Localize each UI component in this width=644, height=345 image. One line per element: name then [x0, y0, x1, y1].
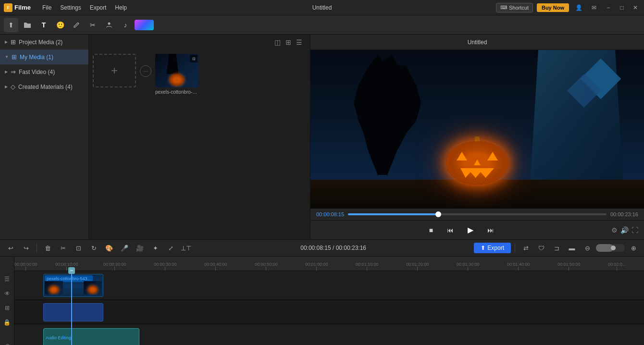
buy-now-button[interactable]: Buy Now	[537, 3, 569, 12]
music-tool-button[interactable]: ♪	[118, 18, 133, 32]
media-thumbnail[interactable]: ⊡	[155, 54, 198, 87]
menu-export[interactable]: Export	[86, 3, 111, 12]
video-clip[interactable]: pexels-cottonbro-543...	[43, 274, 103, 297]
rotate-button[interactable]: ↻	[87, 241, 100, 255]
ruler-mark: 00:02:0...	[608, 262, 626, 271]
ruler-mark: 00:01:10:00	[356, 262, 379, 271]
mail-icon[interactable]: ✉	[588, 2, 600, 13]
color-button[interactable]: 🎨	[102, 241, 116, 255]
transform-button[interactable]: ⤢	[164, 241, 177, 255]
media-filename: pexels-cottonbro-543...	[155, 89, 198, 95]
crop-button[interactable]: ⊡	[72, 241, 85, 255]
layers-icon[interactable]: ◫	[274, 38, 283, 46]
audio-clip[interactable]: Audio Editing	[43, 328, 139, 345]
timeline-tool2[interactable]: 🛡	[534, 241, 548, 255]
media-item: ⊡ pexels-cottonbro-543...	[155, 54, 198, 95]
timeline-tool4[interactable]: ▬	[565, 241, 579, 255]
menu-settings[interactable]: Settings	[56, 3, 85, 12]
lock-icon[interactable]: 🔒	[3, 319, 11, 326]
timeline-tool3[interactable]: ⊐	[550, 241, 563, 255]
grid-icon: ⊞	[11, 38, 16, 46]
cut-tool-button[interactable]: ✂	[86, 18, 100, 32]
ruler-mark: 00:01:20:00	[406, 262, 429, 271]
text-tool-button[interactable]: T	[37, 18, 51, 32]
export-icon: ⬆	[481, 245, 485, 251]
stop-button[interactable]: ■	[424, 223, 438, 237]
preview-title: Untitled	[310, 35, 644, 50]
mic-button[interactable]: 🎤	[118, 241, 131, 255]
undo-button[interactable]: ↩	[4, 241, 17, 255]
emoji-tool-button[interactable]: 🙂	[53, 18, 67, 32]
pumpkin-preview	[170, 74, 184, 86]
grid-icon[interactable]: ⊞	[5, 305, 10, 311]
timeline: ☰ 👁 ⊞ 🔒 🔊 00:00:00:00 00:00:10:00 00:00:…	[0, 257, 644, 345]
sidebar-item-my-media[interactable]: ▼ ⊞ My Media (1)	[0, 49, 88, 64]
timeline-tool1[interactable]: ⇄	[519, 241, 533, 255]
volume-icon[interactable]: 🔊	[620, 226, 629, 234]
timeline-fit-button[interactable]: ⊕	[627, 241, 640, 255]
shortcut-button[interactable]: ⌨ Shortcut	[496, 3, 533, 12]
progress-thumb[interactable]	[435, 211, 441, 217]
prev-button[interactable]: ⏮	[444, 223, 457, 237]
sidebar-item-created-materials[interactable]: ▶ ◇ Created Materials (4)	[0, 79, 88, 94]
split-button[interactable]: ✂	[56, 241, 70, 255]
ruler-mark: 00:01:00:00	[305, 262, 328, 271]
settings-icon[interactable]: ⚙	[611, 226, 618, 234]
eye-icon[interactable]: 👁	[4, 290, 10, 297]
play-button[interactable]: ▶	[463, 222, 478, 238]
list-view-icon[interactable]: ☰	[296, 38, 304, 46]
pumpkin-body	[446, 141, 508, 185]
sidebar-item-label: My Media (1)	[20, 54, 53, 61]
timeline-time-display: 00:00:08:15 / 00:00:23:16	[195, 245, 472, 251]
timeline-tool5[interactable]: ⊖	[581, 241, 594, 255]
redo-button[interactable]: ↪	[19, 241, 33, 255]
video-scene	[310, 50, 644, 209]
audio-track: Audio Editing	[14, 324, 644, 345]
pumpkin-mouth	[460, 168, 494, 178]
gradient-tool-button[interactable]	[135, 20, 154, 30]
ruler-mark: 00:00:20:00	[103, 262, 126, 271]
fast-video-icon: ⇒	[11, 68, 16, 75]
ruler-mark: 00:00:40:00	[204, 262, 227, 271]
blue-clip[interactable]	[43, 303, 103, 321]
logo-icon: F	[4, 3, 12, 12]
arrow-icon: ▶	[5, 85, 8, 89]
maximize-button[interactable]: □	[617, 3, 627, 12]
folder-tool-button[interactable]	[20, 18, 35, 32]
timeline-tracks: ✂ pexels-cottonbro-543...	[14, 271, 644, 345]
playhead-handle[interactable]: ✂	[68, 267, 75, 274]
sidebar-item-project-media[interactable]: ▶ ⊞ Project Media (2)	[0, 35, 88, 49]
separator	[515, 244, 515, 252]
playback-controls: ■ ⏮ ▶ ⏭ ⚙ 🔊 ⛶	[310, 220, 644, 239]
ruler-mark: 00:00:30:00	[154, 262, 177, 271]
next-button[interactable]: ⏭	[484, 223, 497, 237]
playhead[interactable]: ✂	[71, 271, 72, 345]
add-media-button[interactable]: +	[93, 54, 136, 87]
zoom-slider[interactable]	[596, 244, 625, 252]
import-tool-button[interactable]: ⬆	[4, 18, 18, 32]
person-tool-button[interactable]	[102, 18, 116, 32]
progress-track[interactable]	[348, 213, 607, 215]
close-button[interactable]: ✕	[631, 3, 640, 12]
preview-panel: Untitled 00:	[310, 35, 644, 239]
split-view-icon[interactable]: ⊞	[285, 38, 293, 46]
sidebar-item-fast-video[interactable]: ▶ ⇒ Fast Video (4)	[0, 64, 88, 79]
edit-tool-button[interactable]	[69, 18, 84, 32]
menu-file[interactable]: File	[38, 3, 55, 12]
user-icon[interactable]: 👤	[573, 2, 584, 13]
effect-button[interactable]: ✦	[149, 241, 162, 255]
audio-clip-label: Audio Editing	[44, 334, 73, 341]
menu-help[interactable]: Help	[111, 3, 131, 12]
fullscreen-icon[interactable]: ⛶	[632, 226, 638, 234]
more-options-button[interactable]: ···	[140, 65, 151, 77]
delete-button[interactable]: 🗑	[41, 241, 54, 255]
document-title: Untitled	[312, 4, 332, 11]
camera-button[interactable]: 🎥	[133, 241, 147, 255]
thumbnail-menu-button[interactable]: ⊡	[190, 55, 198, 62]
window-controls: ⌨ Shortcut Buy Now 👤 ✉ − □ ✕	[496, 2, 640, 13]
export-button[interactable]: ⬆ Export	[474, 243, 511, 253]
hamburger-icon[interactable]: ☰	[4, 276, 10, 283]
minimize-button[interactable]: −	[604, 3, 613, 12]
sidebar-item-label: Created Materials (4)	[18, 84, 73, 90]
audio-mix-button[interactable]: ⊥⊤	[179, 241, 193, 255]
